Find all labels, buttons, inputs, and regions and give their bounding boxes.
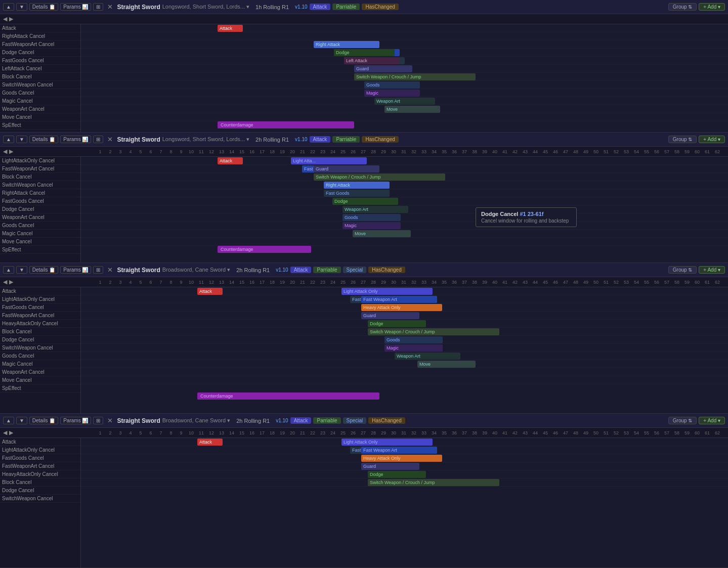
p3-dodge-block2[interactable]: Dodge (368, 320, 426, 327)
attack-block[interactable]: Attack (218, 25, 243, 32)
prev-arrow[interactable]: ◀ (2, 16, 8, 22)
switchweapon-block-p1[interactable]: Switch Weapon / Crouch / Jump (354, 73, 476, 80)
p3-next-arrow[interactable]: ▶ (8, 279, 14, 285)
goods-block-p1[interactable]: Goods (364, 81, 420, 89)
add-btn[interactable]: + Add ▾ (699, 3, 725, 11)
p3-lightattackonly-block[interactable]: Light Attack Only (341, 288, 433, 295)
p4-tag-special-btn[interactable]: Special (343, 417, 367, 424)
p3-details-btn[interactable]: Details 📋 (29, 266, 58, 274)
p3-close-btn[interactable]: ✕ (105, 266, 115, 274)
p2-details-btn[interactable]: Details 📋 (29, 136, 58, 143)
p3-heavyattackonly-block[interactable]: Heavy Attack Only (361, 304, 442, 311)
dodge-block-p1[interactable]: Dodge (334, 49, 395, 56)
p2-move-block[interactable]: Move (353, 230, 411, 237)
p4-track-0: Attack Light Attack Only Fast Goods (81, 438, 728, 446)
guard-block-p1[interactable]: Guard (354, 65, 412, 72)
p4-tag-haschanged-btn[interactable]: HasChanged (368, 417, 405, 424)
next-arrow[interactable]: ▶ (8, 16, 14, 22)
layout-btn[interactable]: ⊞ (93, 3, 103, 11)
p3-weaponart-block2[interactable]: Weapon Art (395, 353, 460, 360)
move-block-p1[interactable]: Move (384, 106, 440, 113)
p2-prev-arrow[interactable]: ◀ (2, 148, 8, 155)
p3-fastweaponart-block2[interactable]: Fast Weapon Art (361, 296, 437, 303)
p4-label-attack: Attack (0, 438, 80, 446)
p4-prev-arrow[interactable]: ◀ (2, 429, 8, 436)
p3-attack-block[interactable]: Attack (197, 288, 223, 295)
p3-guard-block2[interactable]: Guard (361, 312, 419, 319)
collapse-down-btn[interactable]: ▼ (16, 3, 27, 11)
p3-collapse-down-btn[interactable]: ▼ (16, 266, 27, 274)
p2-tag-attack-btn[interactable]: Attack (310, 136, 331, 143)
p3-params-btn[interactable]: Params 📊 (60, 266, 91, 274)
leftattack-block[interactable]: Left Attack (344, 57, 400, 64)
p4-params-btn[interactable]: Params 📊 (60, 417, 91, 424)
p2-tag-parriable-btn[interactable]: Parriable (332, 136, 360, 143)
tag-parriable-btn[interactable]: Parriable (332, 4, 360, 10)
p3-move-block2[interactable]: Move (417, 361, 476, 368)
p4-lightattackonly-block[interactable]: Light Attack Only (341, 439, 433, 446)
p4-fastweaponart-block[interactable]: Fast Weapon Art (361, 447, 437, 454)
p3-add-btn[interactable]: + Add ▾ (699, 266, 725, 274)
magic-block-p1[interactable]: Magic (364, 90, 420, 97)
p3-magic-block2[interactable]: Magic (384, 344, 443, 352)
p2-close-btn[interactable]: ✕ (105, 136, 115, 143)
p2-tag-haschanged-btn[interactable]: HasChanged (362, 136, 398, 143)
p2-next-arrow[interactable]: ▶ (8, 148, 14, 155)
p2-weaponart-block[interactable]: Weapon Art (342, 206, 408, 213)
p3-tag-attack-btn[interactable]: Attack (290, 267, 312, 273)
p2-track-2: Switch Weapon / Crouch / Jump (81, 173, 728, 181)
p4-group-btn[interactable]: Group ⇅ (668, 417, 697, 424)
p2-goods-block[interactable]: Goods (342, 214, 401, 221)
p2-fastgoods-block[interactable]: Fast Goods (324, 190, 390, 197)
p2-rightattack-block[interactable]: Right Attack (324, 182, 390, 189)
p4-close-btn[interactable]: ✕ (105, 417, 115, 424)
p4-switchweapon-block[interactable]: Switch Weapon / Crouch / Jump (368, 479, 499, 486)
p2-switchweapon-block[interactable]: Switch Weapon / Crouch / Jump (314, 173, 445, 181)
p3-prev-arrow[interactable]: ◀ (2, 279, 8, 285)
p3-label-dodge: Dodge Cancel (0, 336, 80, 344)
p2-collapse-up-btn[interactable]: ▲ (3, 136, 14, 143)
p2-attack-block[interactable]: Attack (218, 157, 243, 164)
p2-lightattack-block[interactable]: Light Atta... (291, 157, 367, 164)
p4-track-1: Fast Weapon Art (81, 446, 728, 454)
tag-attack-btn[interactable]: Attack (310, 4, 331, 10)
p4-collapse-up-btn[interactable]: ▲ (3, 417, 14, 424)
p4-dodge-block[interactable]: Dodge (368, 471, 426, 478)
p2-dodge-block[interactable]: Dodge (332, 198, 398, 205)
p2-collapse-down-btn[interactable]: ▼ (16, 136, 27, 143)
p2-weapon-name: Straight Sword (117, 136, 160, 143)
p4-details-btn[interactable]: Details 📋 (29, 417, 58, 424)
p2-params-btn[interactable]: Params 📊 (60, 136, 91, 143)
p3-tag-special-btn[interactable]: Special (343, 267, 367, 273)
params-btn[interactable]: Params 📊 (60, 3, 91, 11)
p3-switchweapon-block2[interactable]: Switch Weapon / Crouch / Jump (368, 328, 499, 335)
p4-attack-block[interactable]: Attack (197, 439, 223, 446)
p3-layout-btn[interactable]: ⊞ (93, 266, 103, 274)
p2-guard-block[interactable]: Guard (314, 165, 379, 172)
p2-magic-block[interactable]: Magic (342, 222, 401, 229)
collapse-up-btn[interactable]: ▲ (3, 3, 14, 11)
p4-guard-block[interactable]: Guard (361, 463, 419, 470)
p4-layout-btn[interactable]: ⊞ (93, 417, 103, 424)
p3-group-btn[interactable]: Group ⇅ (668, 266, 697, 274)
p4-tag-parriable-btn[interactable]: Parriable (313, 417, 340, 424)
p4-next-arrow[interactable]: ▶ (8, 429, 14, 436)
p2-group-btn[interactable]: Group ⇅ (668, 136, 697, 143)
p3-tag-haschanged-btn[interactable]: HasChanged (368, 267, 405, 273)
p4-collapse-down-btn[interactable]: ▼ (16, 417, 27, 424)
p2-layout-btn[interactable]: ⊞ (93, 136, 103, 143)
p2-add-btn[interactable]: + Add ▾ (699, 136, 725, 143)
p3-tag-parriable-btn[interactable]: Parriable (313, 267, 340, 273)
p4-add-btn[interactable]: + Add ▾ (699, 417, 725, 424)
p4-heavyattackonly-block[interactable]: Heavy Attack Only (361, 455, 442, 462)
p4-tag-attack-btn[interactable]: Attack (290, 417, 312, 424)
details-btn[interactable]: Details 📋 (29, 3, 58, 11)
rightattack-block[interactable]: Right Attack (314, 41, 379, 48)
group-btn[interactable]: Group ⇅ (668, 3, 697, 11)
p3-goods-block2[interactable]: Goods (384, 336, 443, 343)
weaponart-block-p1[interactable]: Weapon Art (374, 98, 435, 105)
p2-counterdamage-block: Counterdamage (218, 246, 311, 253)
p3-collapse-up-btn[interactable]: ▲ (3, 266, 14, 274)
tag-haschanged-btn[interactable]: HasChanged (362, 4, 398, 10)
close-btn[interactable]: ✕ (105, 3, 115, 11)
